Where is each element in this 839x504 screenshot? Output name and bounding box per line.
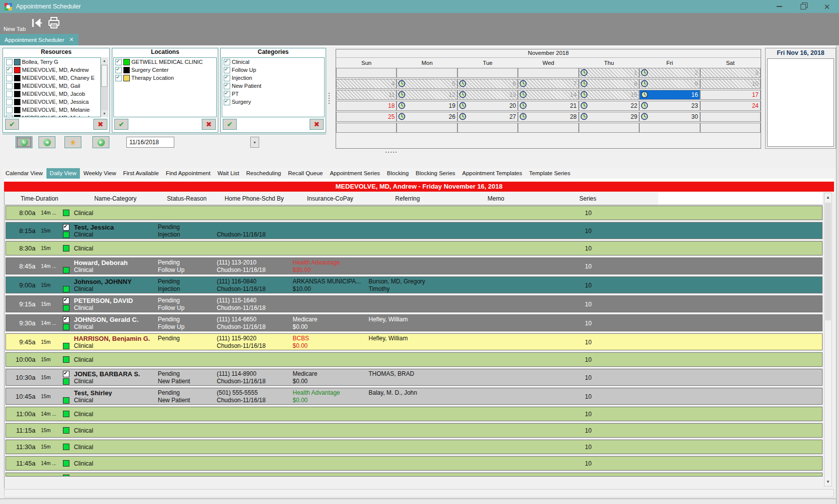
locations-apply-button[interactable]: ✔	[114, 119, 128, 130]
location-item[interactable]: Therapy Location	[114, 74, 216, 82]
calendar-empty-cell[interactable]	[700, 123, 761, 133]
view-tab-first-available[interactable]: First Available	[119, 168, 162, 179]
calendar-empty-cell[interactable]	[336, 68, 397, 78]
appointment-row[interactable]: 9:45a15mHARRISON, Benjamin G.ClinicalPen…	[5, 333, 823, 350]
appointment-row[interactable]: 11:45a14m ...Clinical10	[5, 456, 823, 471]
resources-scrollbar[interactable]: ▲ ▼	[100, 57, 108, 117]
column-header-status-reason[interactable]: Status-Reason	[157, 192, 216, 205]
resource-item[interactable]: MEDEVOLVE, MD, Melanie	[4, 106, 108, 114]
checkbox-icon[interactable]	[6, 83, 12, 89]
calendar-day-cell[interactable]: 26	[397, 112, 457, 122]
confirmed-checkbox-icon[interactable]	[63, 224, 69, 231]
checkbox-checked-icon[interactable]	[224, 67, 230, 73]
categories-apply-button[interactable]: ✔	[223, 119, 237, 130]
confirmed-checkbox-icon[interactable]	[63, 297, 69, 304]
column-header-home-phone-schd-by[interactable]: Home Phone-Schd By	[216, 192, 292, 205]
view-tab-blocking[interactable]: Blocking	[384, 168, 412, 179]
minimize-button[interactable]	[767, 0, 791, 13]
checkbox-icon[interactable]	[6, 115, 12, 118]
calendar-empty-cell[interactable]	[518, 123, 578, 133]
calendar-day-cell[interactable]: 20	[457, 101, 518, 111]
calendar-day-cell[interactable]: 19	[397, 101, 457, 111]
calendar-day-cell[interactable]: 27	[457, 112, 518, 122]
calendar-day-cell[interactable]: 8	[579, 79, 639, 89]
calendar-day-cell[interactable]: 15	[579, 90, 639, 100]
grid-vertical-scrollbar[interactable]: ▲ ▼	[824, 193, 832, 487]
calendar-day-cell[interactable]: 10	[700, 79, 761, 89]
scroll-up-icon[interactable]: ▲	[101, 57, 108, 64]
resource-item[interactable]: Bollea, Terry G	[4, 58, 108, 66]
appointment-row[interactable]: 11:00a14m ...Clinical10	[5, 407, 823, 421]
resource-item[interactable]: MEDEVOLVE, MD, Gail	[4, 82, 108, 90]
appointment-row[interactable]: 10:30a15mJONES, BARBARA S.ClinicalPendin…	[5, 369, 823, 386]
checkbox-checked-icon[interactable]	[115, 67, 122, 73]
calendar-day-cell[interactable]: 22	[579, 101, 639, 111]
confirmed-checkbox-icon[interactable]	[63, 316, 69, 323]
checkbox-checked-icon[interactable]	[224, 75, 230, 81]
column-header-memo[interactable]: Memo	[447, 192, 545, 205]
appointment-row[interactable]: 9:15a15mPETERSON, DAVIDClinicalPendingFo…	[5, 295, 823, 312]
checkbox-checked-icon[interactable]	[224, 59, 230, 65]
calendar-day-cell[interactable]: 12	[397, 90, 457, 100]
checkbox-icon[interactable]	[6, 107, 12, 113]
calendar-day-cell[interactable]: 3	[700, 68, 761, 78]
next-day-button[interactable]: ►	[92, 136, 109, 148]
calendar-empty-cell[interactable]	[639, 123, 700, 133]
calendar-day-cell[interactable]: 1	[579, 68, 639, 78]
resource-item[interactable]: MEDEVOLVE, MD, Chaney E	[4, 74, 108, 82]
view-tab-rescheduling[interactable]: Rescheduling	[243, 168, 285, 179]
scroll-up-icon[interactable]: ▲	[825, 194, 832, 201]
close-button[interactable]: ✕	[815, 0, 839, 13]
calendar-day-cell[interactable]: 6	[457, 79, 518, 89]
calendar-day-cell[interactable]: 28	[518, 112, 578, 122]
resource-item[interactable]: MEDEVOLVE, MD, Jessica	[4, 98, 108, 106]
scroll-thumb[interactable]	[825, 203, 831, 320]
view-tab-blocking-series[interactable]: Blocking Series	[412, 168, 458, 179]
calendar-day-cell[interactable]: 9	[639, 79, 700, 89]
today-button[interactable]: ☀	[64, 136, 81, 148]
category-item[interactable]: Follow Up	[222, 66, 324, 74]
category-item[interactable]: Injection	[222, 74, 324, 82]
appointment-row[interactable]: 10:00a15mClinical10	[5, 352, 823, 367]
appointment-row[interactable]: 9:30a14m ...JOHNSON, Gerald C.ClinicalPe…	[5, 314, 823, 331]
checkbox-checked-icon[interactable]	[224, 99, 230, 105]
checkbox-checked-icon[interactable]	[6, 67, 12, 73]
previous-day-button[interactable]: ◄	[38, 136, 55, 148]
appointment-row[interactable]: 8:30a15mClinical10	[5, 241, 823, 255]
print-icon[interactable]	[47, 16, 61, 30]
view-tab-appointment-templates[interactable]: Appointment Templates	[459, 168, 526, 179]
appointment-row[interactable]: 11:30a15mClinical10	[5, 440, 823, 454]
view-tab-recall-queue[interactable]: Recall Queue	[285, 168, 327, 179]
horizontal-splitter[interactable]	[386, 151, 397, 153]
resource-item[interactable]: MEDEVOLVE, MD, Andrew	[4, 66, 108, 74]
refresh-button[interactable]: ↻	[15, 136, 32, 148]
vertical-splitter[interactable]	[328, 93, 330, 106]
column-header-time-duration[interactable]: Time-Duration	[5, 192, 73, 205]
resource-item[interactable]: MEDEVOLVE, MD, Michael	[4, 114, 108, 117]
tab-appointment-scheduler[interactable]: Appointment Scheduler ✕	[0, 34, 78, 45]
calendar-day-cell[interactable]: 24	[700, 101, 761, 111]
new-tab-button[interactable]: New Tab	[3, 26, 26, 32]
calendar-empty-cell[interactable]	[700, 112, 761, 122]
calendar-empty-cell[interactable]	[518, 68, 578, 78]
tab-close-icon[interactable]: ✕	[69, 36, 74, 43]
appointment-row[interactable]: 8:00a14m ...Clinical10	[5, 206, 823, 220]
category-item[interactable]: Surgery	[222, 98, 324, 106]
view-tab-weekly-view[interactable]: Weekly View	[80, 168, 119, 179]
appointment-row[interactable]: 8:15a15mTest, JessicaClinicalPendingInje…	[5, 222, 823, 239]
categories-clear-button[interactable]: ✖	[310, 119, 324, 130]
confirmed-checkbox-icon[interactable]	[63, 371, 69, 377]
calendar-empty-cell[interactable]	[397, 123, 457, 133]
calendar-day-cell[interactable]: 29	[579, 112, 639, 122]
checkbox-icon[interactable]	[6, 75, 12, 81]
checkbox-checked-icon[interactable]	[224, 83, 230, 89]
checkbox-icon[interactable]	[6, 99, 12, 105]
calendar-day-cell[interactable]: 14	[518, 90, 578, 100]
column-header-name-category[interactable]: Name-Category	[73, 192, 157, 205]
view-tab-calendar-view[interactable]: Calendar View	[2, 168, 46, 179]
scroll-down-icon[interactable]: ▼	[825, 478, 832, 486]
location-item[interactable]: GETWELL MEDICAL CLINIC	[114, 58, 216, 66]
calendar-empty-cell[interactable]	[397, 68, 457, 78]
checkbox-icon[interactable]	[6, 91, 12, 97]
appointment-row[interactable]: 9:00a15mJohnson, JOHNNYClinicalPendingIn…	[5, 276, 823, 293]
